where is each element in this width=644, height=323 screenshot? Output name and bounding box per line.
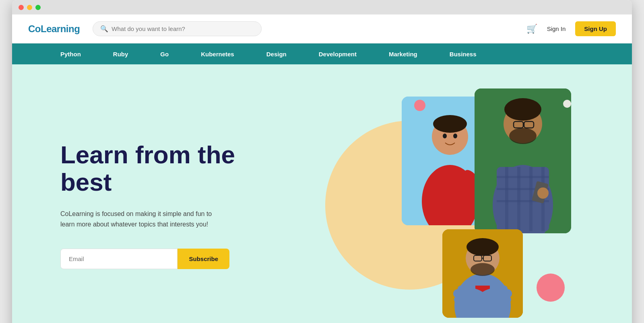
browser-chrome — [12, 0, 632, 14]
decorative-dot-pink-top — [414, 100, 425, 111]
hero-left: Learn from the best CoLearning is focuse… — [60, 141, 270, 270]
nav-item-go[interactable]: Go — [144, 43, 185, 64]
svg-point-32 — [471, 263, 495, 276]
site-nav: Python Ruby Go Kubernetes Design Develop… — [12, 43, 632, 64]
hero-section: Learn from the best CoLearning is focuse… — [12, 64, 632, 323]
traffic-light-minimize[interactable] — [27, 5, 32, 10]
svg-point-25 — [537, 187, 549, 199]
search-input[interactable] — [111, 25, 254, 32]
nav-item-python[interactable]: Python — [44, 43, 97, 64]
subscribe-form: Subscribe — [60, 249, 229, 269]
svg-point-31 — [466, 238, 499, 256]
subscribe-button[interactable]: Subscribe — [178, 249, 229, 269]
traffic-light-fullscreen[interactable] — [35, 5, 41, 10]
person-card-2 — [475, 88, 571, 233]
nav-item-kubernetes[interactable]: Kubernetes — [185, 43, 250, 64]
header-right: 🛒 Sign In Sign Up — [526, 21, 616, 36]
search-bar[interactable]: 🔍 — [93, 21, 262, 36]
svg-point-4 — [443, 134, 447, 138]
hero-right — [270, 88, 584, 322]
email-input[interactable] — [60, 249, 178, 269]
traffic-light-close[interactable] — [19, 5, 24, 10]
browser-window: CoLearning 🔍 🛒 Sign In Sign Up Python Ru… — [12, 0, 632, 323]
person-card-3 — [442, 229, 523, 318]
svg-point-20 — [509, 128, 537, 144]
nav-item-marketing[interactable]: Marketing — [373, 43, 433, 64]
hero-description: CoLearning is focused on making it simpl… — [60, 209, 213, 229]
nav-item-business[interactable]: Business — [433, 43, 493, 64]
nav-item-design[interactable]: Design — [250, 43, 303, 64]
svg-point-19 — [504, 98, 541, 121]
nav-item-development[interactable]: Development — [303, 43, 373, 64]
decorative-dot-pink-bottom — [537, 274, 565, 302]
cart-icon[interactable]: 🛒 — [526, 24, 537, 34]
decorative-dot-white-top — [563, 100, 571, 108]
site-header: CoLearning 🔍 🛒 Sign In Sign Up — [12, 14, 632, 43]
hero-title: Learn from the best — [60, 141, 270, 196]
logo[interactable]: CoLearning — [28, 23, 80, 35]
nav-item-ruby[interactable]: Ruby — [97, 43, 144, 64]
sign-in-button[interactable]: Sign In — [547, 25, 566, 32]
svg-point-3 — [433, 115, 467, 133]
search-icon: 🔍 — [100, 25, 108, 33]
sign-up-button[interactable]: Sign Up — [575, 21, 616, 36]
svg-point-5 — [453, 134, 457, 138]
